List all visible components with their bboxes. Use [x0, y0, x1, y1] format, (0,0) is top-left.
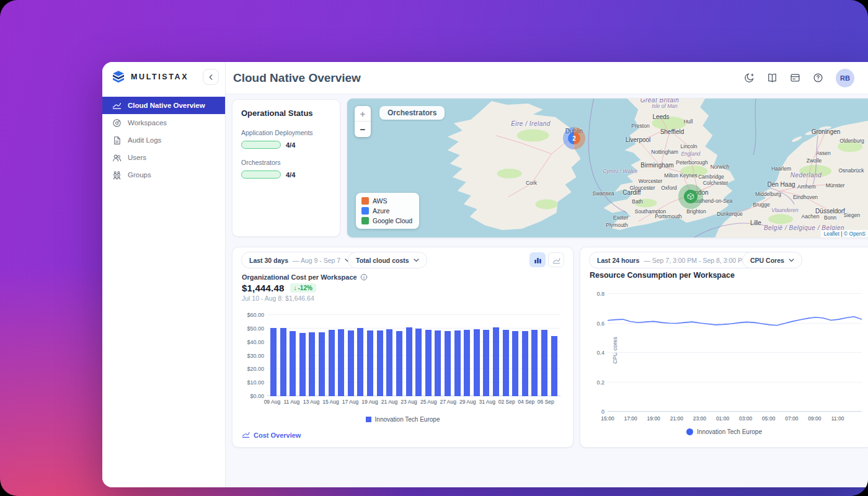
- bar-15-aug[interactable]: [329, 330, 335, 396]
- sidebar-item-workspaces[interactable]: Workspaces: [102, 114, 225, 131]
- bar-21-aug[interactable]: [386, 329, 392, 396]
- bar-30-aug[interactable]: [474, 329, 480, 396]
- bar-10-aug[interactable]: [280, 328, 286, 396]
- bar-19-aug[interactable]: [367, 330, 373, 396]
- sidebar-item-audit-logs[interactable]: Audit Logs: [102, 131, 225, 149]
- bar-28-aug[interactable]: [454, 330, 461, 396]
- changelog-icon[interactable]: [790, 73, 800, 83]
- bar-chart-toggle[interactable]: [529, 252, 546, 267]
- y-tick-label: $20.00: [247, 366, 264, 372]
- x-tick-label: 23 Aug: [401, 399, 417, 405]
- header-actions: RB: [744, 69, 854, 87]
- progress-pill: [241, 170, 281, 179]
- bar-26-aug[interactable]: [435, 330, 441, 396]
- sidebar-nav: Cloud Native OverviewWorkspacesAudit Log…: [102, 97, 225, 184]
- bar-13-aug[interactable]: [309, 332, 315, 396]
- bar-12-aug[interactable]: [299, 333, 306, 396]
- bar-18-aug[interactable]: [357, 328, 363, 396]
- cost-metric-dropdown[interactable]: Total cloud costs: [348, 252, 427, 268]
- zoom-in-button[interactable]: +: [355, 106, 371, 122]
- x-tick-label: 25 Aug: [420, 399, 436, 405]
- metric-label: Total cloud costs: [356, 257, 409, 264]
- bar-22-aug[interactable]: [396, 331, 402, 396]
- sidebar-item-groups[interactable]: Groups: [102, 166, 225, 184]
- bar-07-sep[interactable]: [551, 336, 557, 396]
- bar-23-aug[interactable]: [406, 327, 412, 396]
- app-window: MULTISTAX Cloud Native OverviewWorkspace…: [102, 62, 868, 487]
- chevron-down-icon: [789, 259, 794, 262]
- date-range-dropdown[interactable]: Last 30 days — Aug 9 - Sep 7: [241, 252, 358, 268]
- stat-value: $1,444.48: [242, 283, 285, 293]
- x-tick-label: 09 Aug: [264, 399, 280, 405]
- bar-06-sep[interactable]: [541, 330, 547, 396]
- chevron-down-icon: [414, 259, 419, 262]
- x-tick-label: 11:00: [831, 415, 844, 422]
- bar-02-sep[interactable]: [503, 330, 509, 396]
- bar-24-aug[interactable]: [415, 329, 422, 396]
- sidebar: MULTISTAX Cloud Native OverviewWorkspace…: [102, 62, 226, 487]
- legend-swatch: [361, 207, 369, 215]
- map[interactable]: Éire / IrelandDublinCorkGreat BritainIsl…: [347, 99, 868, 237]
- line-chart-icon: [242, 431, 250, 439]
- bar-05-sep[interactable]: [531, 330, 538, 396]
- status-card-title: Operational Status: [241, 108, 331, 118]
- bar-11-aug[interactable]: [290, 331, 296, 396]
- info-icon[interactable]: [360, 273, 368, 281]
- sidebar-item-users[interactable]: Users: [102, 149, 225, 166]
- cost-overview-link[interactable]: Cost Overview: [242, 431, 301, 439]
- help-icon[interactable]: [813, 73, 823, 83]
- x-tick-label: 04 Sep: [518, 399, 534, 405]
- x-tick-label: 23:00: [693, 415, 706, 422]
- sidebar-collapse-button[interactable]: [203, 69, 219, 85]
- bar-25-aug[interactable]: [425, 330, 432, 396]
- user-avatar[interactable]: RB: [836, 69, 854, 87]
- page-header: Cloud Native Overview: [226, 62, 868, 94]
- bar-16-aug[interactable]: [338, 329, 344, 397]
- docs-icon[interactable]: [767, 73, 777, 83]
- line-chart-toggle[interactable]: [548, 252, 564, 267]
- bar-chart-x-axis: 09 Aug11 Aug13 Aug15 Aug17 Aug19 Aug21 A…: [267, 399, 560, 406]
- line-chart-y-axis: 00.20.40.60.8: [580, 294, 604, 412]
- range-detail: — Sep 7, 3:00 PM - Sep 8, 3:00 PM: [644, 257, 748, 264]
- leaflet-link[interactable]: Leaflet: [823, 231, 839, 237]
- document-icon: [112, 136, 122, 145]
- dashboard-content: Operational Status Application Deploymen…: [226, 94, 868, 487]
- time-range-dropdown[interactable]: Last 24 hours — Sep 7, 3:00 PM - Sep 8, …: [589, 252, 766, 268]
- bar-31-aug[interactable]: [483, 330, 489, 396]
- delta-value: -12%: [298, 285, 312, 291]
- sidebar-item-cloud-native-overview[interactable]: Cloud Native Overview: [102, 97, 225, 114]
- x-tick-label: 17 Aug: [342, 399, 358, 405]
- chart-line-icon: [112, 101, 122, 110]
- legend-swatch: [366, 417, 371, 422]
- y-tick-label: 0.4: [596, 350, 604, 356]
- metric-row: 4/4: [241, 141, 331, 149]
- bar-29-aug[interactable]: [464, 330, 470, 396]
- bar-27-aug[interactable]: [445, 331, 451, 396]
- bar-17-aug[interactable]: [348, 330, 354, 396]
- legend-label: Google Cloud: [373, 217, 412, 224]
- status-metrics: Application Deployments4/4Orchestrators4…: [241, 129, 331, 179]
- stat-title: Organizational Cost per Workspace: [242, 273, 368, 281]
- bar-03-sep[interactable]: [512, 331, 518, 396]
- legend-label: Innovation Tech Europe: [697, 428, 762, 435]
- bar-14-aug[interactable]: [319, 332, 325, 396]
- dublin-cluster-marker[interactable]: 2: [568, 132, 580, 144]
- status-metric: Application Deployments4/4: [241, 129, 331, 149]
- bar-01-sep[interactable]: [493, 327, 499, 396]
- zoom-out-button[interactable]: −: [355, 122, 371, 137]
- delta-badge: ↓ -12%: [290, 283, 316, 293]
- x-tick-label: 21:00: [670, 415, 683, 422]
- resource-metric-dropdown[interactable]: CPU Cores: [742, 252, 802, 268]
- osm-link[interactable]: © OpenS: [844, 231, 866, 237]
- bar-09-aug[interactable]: [270, 328, 277, 396]
- y-tick-label: $0.00: [250, 393, 264, 399]
- line-chart-legend: Innovation Tech Europe: [580, 428, 868, 435]
- bar-04-sep[interactable]: [522, 331, 528, 396]
- legend-label: AWS: [373, 197, 388, 205]
- dark-mode-icon[interactable]: [744, 73, 755, 83]
- y-tick-label: $30.00: [247, 353, 264, 359]
- metric-label: Orchestrators: [241, 159, 331, 166]
- metric-value: 4/4: [286, 171, 295, 179]
- bar-20-aug[interactable]: [377, 330, 383, 396]
- london-gcp-marker[interactable]: [684, 190, 698, 203]
